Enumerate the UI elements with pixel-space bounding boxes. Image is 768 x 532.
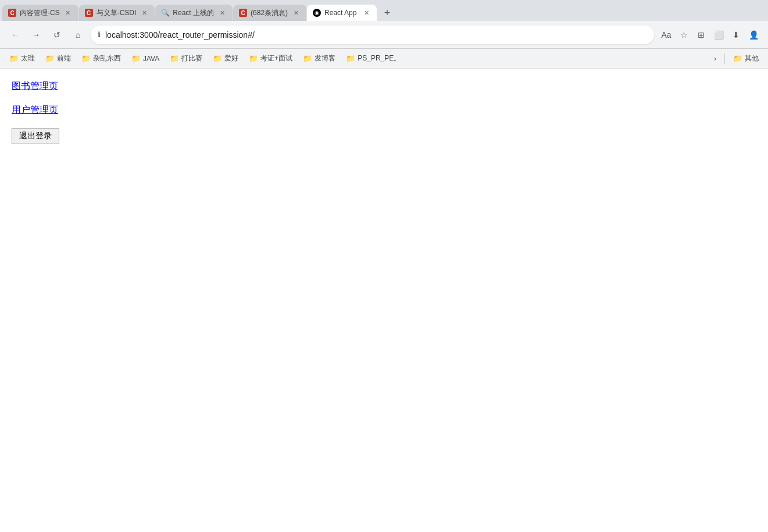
browser-tab-tab3[interactable]: 🔍 React 上线的 ✕ bbox=[155, 5, 233, 21]
folder-icon: 📁 bbox=[213, 54, 222, 63]
browser-tab-tab5[interactable]: ◉ React App ✕ bbox=[307, 5, 377, 21]
tab-favicon: ◉ bbox=[313, 9, 321, 17]
bookmark-item-PS_PR_PE。[interactable]: 📁 PS_PR_PE。 bbox=[341, 51, 405, 66]
bookmark-item-前端[interactable]: 📁 前端 bbox=[41, 51, 76, 66]
bookmark-item-JAVA[interactable]: 📁 JAVA bbox=[127, 52, 164, 65]
page-link-图书管理页[interactable]: 图书管理页 bbox=[12, 80, 756, 92]
bookmark-item-太理[interactable]: 📁 太理 bbox=[5, 51, 40, 66]
home-button[interactable]: ⌂ bbox=[70, 27, 86, 43]
bookmark-label: 太理 bbox=[21, 53, 35, 63]
folder-icon: 📁 bbox=[733, 54, 742, 63]
tab-close-button[interactable]: ✕ bbox=[291, 8, 301, 17]
bookmark-item-发博客[interactable]: 📁 发博客 bbox=[298, 51, 340, 66]
address-bar: ← → ↺ ⌂ ℹ localhost:3000/react_router_pe… bbox=[0, 21, 768, 49]
tab-label: 内容管理-CS bbox=[20, 8, 60, 18]
bookmark-label: 前端 bbox=[57, 53, 71, 63]
bookmark-label: 发博客 bbox=[315, 53, 335, 63]
browser-chrome: C 内容管理-CS ✕ C 与义草-CSDI ✕ 🔍 React 上线的 ✕ C… bbox=[0, 0, 768, 69]
bookmark-label: 杂乱东西 bbox=[93, 53, 121, 63]
bookmark-label: PS_PR_PE。 bbox=[358, 53, 401, 63]
bookmark-label: 打比赛 bbox=[181, 53, 202, 63]
forward-button[interactable]: → bbox=[28, 27, 44, 43]
bookmark-label: 考证+面试 bbox=[260, 53, 292, 63]
bookmark-item-other[interactable]: 📁 其他 bbox=[728, 51, 763, 66]
tab-label: (682条消息) bbox=[251, 8, 288, 18]
bookmark-label: 爱好 bbox=[224, 53, 238, 63]
browser-tab-tab1[interactable]: C 内容管理-CS ✕ bbox=[2, 5, 78, 21]
tab-close-button[interactable]: ✕ bbox=[217, 8, 227, 17]
tab-favicon: C bbox=[85, 9, 93, 17]
bookmarks-bar: 📁 太理 📁 前端 📁 杂乱东西 📁 JAVA 📁 打比赛 📁 爱好 📁 考证+… bbox=[0, 49, 768, 69]
bookmark-label-other: 其他 bbox=[745, 53, 759, 63]
tab-close-button[interactable]: ✕ bbox=[63, 8, 73, 17]
tab-label: 与义草-CSDI bbox=[97, 8, 137, 18]
reload-button[interactable]: ↺ bbox=[49, 27, 65, 43]
address-input-wrap[interactable]: ℹ localhost:3000/react_router_permission… bbox=[91, 26, 654, 44]
bookmark-item-考证+面试[interactable]: 📁 考证+面试 bbox=[244, 51, 297, 66]
bookmark-list-icon[interactable]: ⊞ bbox=[694, 27, 709, 42]
address-url: localhost:3000/react_router_permission#/ bbox=[105, 30, 647, 40]
folder-icon: 📁 bbox=[249, 54, 258, 63]
address-icons: Aa ☆ ⊞ ⬜ ⬇ 👤 bbox=[659, 27, 761, 42]
page-link-用户管理页[interactable]: 用户管理页 bbox=[12, 104, 756, 116]
bookmark-separator bbox=[724, 53, 725, 64]
browser-tab-tab4[interactable]: C (682条消息) ✕ bbox=[233, 5, 306, 21]
tab-label: React 上线的 bbox=[173, 8, 214, 18]
bookmark-item-打比赛[interactable]: 📁 打比赛 bbox=[165, 51, 207, 66]
screenshot-icon[interactable]: ⬜ bbox=[711, 27, 726, 42]
browser-tab-tab2[interactable]: C 与义草-CSDI ✕ bbox=[79, 5, 155, 21]
logout-button[interactable]: 退出登录 bbox=[12, 128, 59, 144]
new-tab-button[interactable]: + bbox=[379, 5, 395, 21]
read-mode-icon[interactable]: Aa bbox=[659, 27, 674, 42]
bookmark-item-爱好[interactable]: 📁 爱好 bbox=[208, 51, 243, 66]
tab-close-button[interactable]: ✕ bbox=[362, 8, 371, 17]
folder-icon: 📁 bbox=[45, 54, 55, 63]
download-icon[interactable]: ⬇ bbox=[728, 27, 744, 42]
folder-icon: 📁 bbox=[346, 54, 355, 63]
favorites-icon[interactable]: ☆ bbox=[676, 27, 691, 42]
profile-icon[interactable]: 👤 bbox=[746, 27, 761, 42]
tab-favicon: 🔍 bbox=[161, 9, 169, 17]
folder-icon: 📁 bbox=[81, 54, 91, 63]
tab-close-button[interactable]: ✕ bbox=[140, 8, 149, 17]
folder-icon: 📁 bbox=[9, 54, 19, 63]
bookmark-label: JAVA bbox=[143, 55, 159, 63]
bookmarks-more-button[interactable]: › bbox=[709, 52, 721, 65]
folder-icon: 📁 bbox=[170, 54, 179, 63]
tab-favicon: C bbox=[239, 9, 247, 17]
info-icon: ℹ bbox=[98, 30, 101, 39]
tab-bar: C 内容管理-CS ✕ C 与义草-CSDI ✕ 🔍 React 上线的 ✕ C… bbox=[0, 0, 768, 21]
back-button[interactable]: ← bbox=[7, 27, 23, 43]
folder-icon: 📁 bbox=[303, 54, 312, 63]
page-content: 图书管理页用户管理页 退出登录 bbox=[0, 69, 768, 476]
tab-label: React App bbox=[324, 9, 358, 17]
folder-icon: 📁 bbox=[131, 54, 141, 63]
tab-favicon: C bbox=[8, 9, 16, 17]
bookmark-item-杂乱东西[interactable]: 📁 杂乱东西 bbox=[77, 51, 126, 66]
